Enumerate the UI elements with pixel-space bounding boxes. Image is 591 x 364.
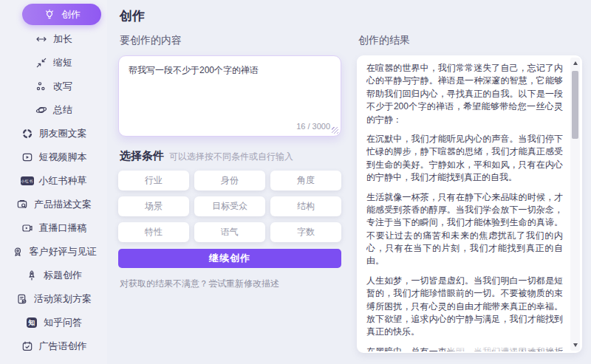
live-broadcast-icon xyxy=(21,222,34,235)
sidebar-item-moments-copy[interactable]: 朋友圈文案 xyxy=(0,122,107,145)
resize-handle[interactable] xyxy=(332,127,338,134)
event-plan-icon xyxy=(16,292,29,306)
sidebar-item-title-creation[interactable]: 标题创作 xyxy=(0,264,107,287)
result-paragraph: 在黑暗中，总有一束光明。当我们遭遇困难和挫折时，不要放弃希望，因为只有在黑暗中，… xyxy=(366,346,563,351)
conditions-header: 选择条件可以选择按不同条件或自行输入 xyxy=(120,149,341,163)
sidebar-item-zhihu-qa[interactable]: 知 知乎问答 xyxy=(0,311,107,334)
condition-button-identity[interactable]: 身份 xyxy=(194,171,265,190)
shorten-icon xyxy=(35,56,48,69)
sidebar-item-event-planning[interactable]: 活动策划方案 xyxy=(0,287,107,311)
continue-create-button[interactable]: 继续创作 xyxy=(118,249,341,268)
sidebar-item-label: 短视频脚本 xyxy=(39,151,87,164)
sidebar-item-customer-reviews[interactable]: 客户好评与见证 xyxy=(0,240,107,264)
result-scrollbar[interactable] xyxy=(570,58,580,351)
result-paragraph: 生活就像一杯茶，只有在静下心来品味的时候，才能感受到茶香的醇厚。当我们学会放下一… xyxy=(366,191,563,268)
ad-calendar-icon xyxy=(21,340,34,353)
short-video-icon xyxy=(21,151,34,164)
sidebar-item-short-video-script[interactable]: 短视频脚本 xyxy=(0,145,107,169)
rewrite-icon xyxy=(35,80,48,93)
result-paragraph: 在沉默中，我们才能听见内心的声音。当我们停下忙碌的脚步，静下喧嚣的思绪，我们才能… xyxy=(366,133,563,185)
compose-card: 帮我写一段不少于200个字的禅语 16 / 3000 xyxy=(118,55,341,137)
review-medal-icon xyxy=(11,245,24,258)
main-content: 创作 要创作的内容 帮我写一段不少于200个字的禅语 16 / 3000 选择条… xyxy=(107,0,591,364)
sidebar-item-shorten[interactable]: 缩短 xyxy=(0,51,107,75)
sidebar-item-xiaohongshu[interactable]: 小红书 小红书种草 xyxy=(0,169,107,193)
result-label: 创作的结果 xyxy=(358,34,582,47)
sidebar-item-label: 直播口播稿 xyxy=(39,222,87,235)
condition-button-word-count[interactable]: 字数 xyxy=(270,222,341,242)
sidebar: 创作 加长 缩短 改写 总结 xyxy=(0,0,107,364)
compose-input[interactable]: 帮我写一段不少于200个字的禅语 xyxy=(119,56,341,117)
condition-button-tone[interactable]: 语气 xyxy=(194,222,265,242)
condition-button-characteristics[interactable]: 特性 xyxy=(118,222,189,242)
conditions-title: 选择条件 xyxy=(120,149,164,162)
sidebar-item-label: 创作 xyxy=(61,8,81,21)
retry-hint: 对获取的结果不满意？尝试重新修改描述 xyxy=(120,278,341,290)
bulb-icon xyxy=(43,8,56,21)
condition-button-scene[interactable]: 场景 xyxy=(118,196,189,216)
xiaohongshu-badge-icon: 小红书 xyxy=(21,174,34,188)
compose-label: 要创作的内容 xyxy=(120,34,341,47)
sidebar-item-label: 广告语创作 xyxy=(39,340,87,353)
sidebar-item-live-broadcast-script[interactable]: 直播口播稿 xyxy=(0,216,107,240)
sidebar-item-slogan-creation[interactable]: 广告语创作 xyxy=(0,334,107,358)
zhihu-badge-icon: 知 xyxy=(25,316,38,329)
sidebar-item-rewrite[interactable]: 改写 xyxy=(0,75,107,98)
condition-button-industry[interactable]: 行业 xyxy=(118,171,189,190)
conditions-subtitle: 可以选择按不同条件或自行输入 xyxy=(169,151,293,162)
rocket-icon xyxy=(25,269,38,282)
sidebar-item-create[interactable]: 创作 xyxy=(22,4,101,25)
lengthen-icon xyxy=(35,32,48,46)
page-title: 创作 xyxy=(120,7,582,24)
scroll-down-icon[interactable] xyxy=(570,340,580,350)
sidebar-item-label: 活动策划方案 xyxy=(34,292,92,306)
sidebar-item-lengthen[interactable]: 加长 xyxy=(0,27,107,51)
sidebar-item-label: 知乎问答 xyxy=(44,316,82,329)
sidebar-item-summarize[interactable]: 总结 xyxy=(0,98,107,122)
result-text: 在喧嚣的世界中，我们常常迷失了自己，忘记了内心的平静与宁静。禅语是一种深邃的智慧… xyxy=(366,62,563,351)
summarize-icon xyxy=(35,103,48,117)
sidebar-item-label: 朋友圈文案 xyxy=(39,127,87,140)
sidebar-item-label: 加长 xyxy=(53,32,72,46)
result-column: 创作的结果 在喧嚣的世界中，我们常常迷失了自己，忘记了内心的平静与宁静。禅语是一… xyxy=(357,34,582,353)
sidebar-item-label: 总结 xyxy=(53,103,72,117)
sidebar-item-label: 客户好评与见证 xyxy=(30,245,97,258)
sidebar-item-product-description[interactable]: 产品描述文案 xyxy=(0,193,107,216)
sidebar-item-label: 缩短 xyxy=(53,56,72,69)
result-paragraph: 在喧嚣的世界中，我们常常迷失了自己，忘记了内心的平静与宁静。禅语是一种深邃的智慧… xyxy=(366,62,563,126)
condition-button-structure[interactable]: 结构 xyxy=(270,196,341,216)
result-box: 在喧嚣的世界中，我们常常迷失了自己，忘记了内心的平静与宁静。禅语是一种深邃的智慧… xyxy=(357,55,582,353)
sidebar-item-label: 改写 xyxy=(53,80,72,93)
sidebar-item-label: 小红书种草 xyxy=(39,174,87,188)
app-window: 创作 加长 缩短 改写 总结 xyxy=(0,0,591,364)
compose-column: 要创作的内容 帮我写一段不少于200个字的禅语 16 / 3000 选择条件可以… xyxy=(118,34,341,353)
sidebar-item-label: 产品描述文案 xyxy=(34,198,92,211)
condition-button-target-audience[interactable]: 目标受众 xyxy=(194,196,265,216)
conditions-grid: 行业 身份 角度 场景 目标受众 结构 特性 语气 字数 xyxy=(118,171,341,242)
char-counter: 16 / 3000 xyxy=(296,122,330,131)
sidebar-item-label: 标题创作 xyxy=(44,269,82,282)
scroll-up-icon[interactable] xyxy=(570,58,580,68)
condition-button-angle[interactable]: 角度 xyxy=(270,171,341,190)
scrollbar-thumb[interactable] xyxy=(572,71,578,139)
product-description-icon xyxy=(16,198,29,211)
moments-icon xyxy=(21,127,34,140)
result-paragraph: 人生如梦，一切皆是虚幻。当我们明白一切都是短暂的，我们才能珍惜眼前的一切。不要被… xyxy=(366,275,563,339)
